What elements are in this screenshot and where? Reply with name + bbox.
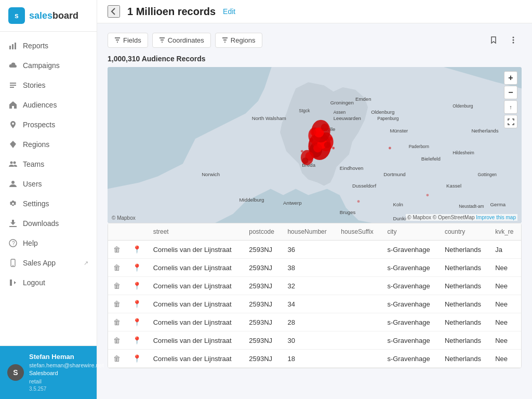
svg-rect-2 [15,43,16,49]
svg-text:Gottingen: Gottingen [477,172,497,177]
sidebar-item-regions[interactable]: Regions [0,135,97,154]
location-cell[interactable]: 📍 [127,259,148,277]
sidebar-item-campaigns[interactable]: Campaigns [0,56,97,75]
col-delete [108,223,127,241]
pin-icon[interactable]: 📍 [132,336,141,344]
col-city: city [382,223,440,241]
location-cell[interactable]: 📍 [127,277,148,295]
delete-icon[interactable]: 🗑 [113,245,121,254]
filter-icon-2 [159,37,165,43]
sidebar-nav: Reports Campaigns Stories Audiences Pros [0,32,97,345]
street-cell: Cornelis van der Lijnstraat [148,277,244,295]
pin-icon[interactable]: 📍 [132,245,141,254]
pin-icon[interactable]: 📍 [132,282,141,290]
postcode-cell: 2593NJ [244,350,282,368]
delete-cell[interactable]: 🗑 [108,277,127,295]
svg-point-65 [332,147,335,150]
delete-icon[interactable]: 🗑 [113,300,121,308]
svg-text:Leeuwarden: Leeuwarden [334,115,361,121]
svg-point-14 [513,39,514,41]
delete-icon[interactable]: 🗑 [113,318,121,326]
col-country: country [440,223,490,241]
edit-button[interactable]: Edit [223,7,235,16]
svg-rect-12 [12,265,14,266]
zoom-out-button[interactable]: − [504,86,517,99]
svg-point-8 [11,181,15,184]
svg-point-58 [321,124,328,131]
gear-icon [8,199,18,208]
svg-text:Stgck: Stgck [299,108,310,113]
kvk-cell: Nee [490,313,521,331]
compass-button[interactable]: ↑ [504,100,517,114]
improve-map-link[interactable]: Improve this map [476,215,516,220]
bar-chart-icon [8,41,18,50]
housesuffix-cell [336,259,382,277]
user-profile-footer: S Stefan Heman stefan.heman@sharewire.ne… [0,345,97,399]
table-row: 🗑 📍 Cornelis van der Lijnstraat 2593NJ 2… [108,313,521,331]
delete-icon[interactable]: 🗑 [113,282,121,290]
help-icon: ? [8,238,18,248]
sidebar-item-prospects[interactable]: Prospects [0,115,97,135]
delete-cell[interactable]: 🗑 [108,331,127,350]
location-cell[interactable]: 📍 [127,241,148,259]
delete-icon[interactable]: 🗑 [113,354,121,363]
sidebar-item-teams[interactable]: Teams [0,154,97,174]
delete-cell[interactable]: 🗑 [108,295,127,313]
pin-icon[interactable]: 📍 [132,354,141,363]
pin-icon[interactable]: 📍 [132,300,141,308]
location-icon [8,120,18,129]
fullscreen-button[interactable] [504,115,517,128]
svg-point-67 [389,147,391,150]
delete-cell[interactable]: 🗑 [108,241,127,259]
user-company: Salesboard [29,369,104,377]
page-title: 1 Millioen records [127,6,216,18]
svg-rect-3 [10,83,16,84]
delete-cell[interactable]: 🗑 [108,313,127,331]
city-cell: s-Gravenhage [382,295,440,313]
sidebar-item-campaigns-label: Campaigns [23,61,60,70]
delete-cell[interactable]: 🗑 [108,350,127,368]
city-cell: s-Gravenhage [382,350,440,368]
location-cell[interactable]: 📍 [127,313,148,331]
col-housenumber: houseNumber [282,223,336,241]
mapbox-logo: © Mapbox [112,215,136,221]
location-cell[interactable]: 📍 [127,331,148,350]
location-cell[interactable]: 📍 [127,295,148,313]
sidebar-item-help[interactable]: ? Help [0,233,97,253]
delete-icon[interactable]: 🗑 [113,336,121,344]
sidebar-item-logout[interactable]: Logout [0,273,97,292]
sidebar-item-stories[interactable]: Stories [0,75,97,95]
back-button[interactable] [108,5,120,18]
sidebar-item-settings[interactable]: Settings [0,194,97,214]
delete-icon[interactable]: 🗑 [113,263,121,272]
zoom-in-button[interactable]: + [504,71,517,85]
location-cell[interactable]: 📍 [127,350,148,368]
bookmark-button[interactable] [485,32,502,48]
housenumber-cell: 34 [282,295,336,313]
svg-text:Paderborn: Paderborn [409,144,430,149]
sidebar-item-reports[interactable]: Reports [0,36,97,56]
sidebar-item-users[interactable]: Users [0,174,97,194]
coordinates-button[interactable]: Coordinates [152,33,211,48]
fields-button[interactable]: Fields [108,33,148,48]
housesuffix-cell [336,313,382,331]
more-options-button[interactable] [505,32,522,48]
regions-button[interactable]: Regions [215,33,262,48]
sidebar-item-sales-app[interactable]: Sales App ↗ [0,253,97,273]
sidebar-item-downloads[interactable]: Downloads [0,214,97,233]
svg-rect-5 [10,87,14,88]
postcode-cell: 2593NJ [244,295,282,313]
delete-cell[interactable]: 🗑 [108,259,127,277]
sidebar-item-reports-label: Reports [23,42,48,50]
pin-icon[interactable]: 📍 [132,263,141,272]
svg-text:Norwich: Norwich [202,171,220,177]
map-container[interactable]: Groningen Oldenburg North Walsham Zwolle… [108,67,522,223]
diamond-icon [8,140,18,149]
pin-icon[interactable]: 📍 [132,318,141,326]
housesuffix-cell [336,350,382,368]
filter-icon [114,37,121,43]
table-row: 🗑 📍 Cornelis van der Lijnstraat 2593NJ 3… [108,295,521,313]
street-cell: Cornelis van der Lijnstraat [148,331,244,350]
sidebar-item-audiences[interactable]: Audiences [0,95,97,115]
housesuffix-cell [336,277,382,295]
